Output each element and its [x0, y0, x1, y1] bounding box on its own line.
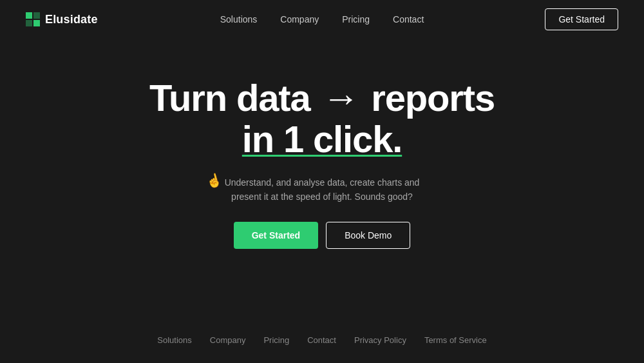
nav-link-contact[interactable]: Contact: [393, 14, 424, 25]
nav-link-solutions[interactable]: Solutions: [220, 14, 258, 25]
hero-section: Turn data → reports in 1 click. ☝ Unders…: [0, 39, 644, 249]
nav-link-company[interactable]: Company: [280, 14, 319, 25]
hero-title-part1: Turn data: [149, 77, 310, 119]
nav-link-pricing[interactable]: Pricing: [342, 14, 370, 25]
hero-title-part2: reports: [371, 77, 495, 119]
hero-get-started-button[interactable]: Get Started: [234, 222, 318, 249]
footer-link-solutions[interactable]: Solutions: [157, 335, 191, 345]
nav-links: Solutions Company Pricing Contact: [220, 14, 424, 25]
svg-rect-0: [26, 12, 32, 19]
svg-rect-2: [26, 20, 32, 26]
svg-rect-1: [33, 12, 40, 19]
footer-link-privacy-policy[interactable]: Privacy Policy: [354, 335, 406, 345]
hero-subtitle: ☝ Understand, and analyse data, create c…: [219, 175, 425, 204]
hero-buttons: Get Started Book Demo: [234, 222, 411, 249]
nav-get-started-button[interactable]: Get Started: [545, 8, 618, 30]
footer-link-contact[interactable]: Contact: [307, 335, 336, 345]
navbar: Elusidate Solutions Company Pricing Cont…: [0, 0, 644, 39]
hero-title-arrow: →: [322, 77, 368, 119]
footer-link-company[interactable]: Company: [210, 335, 246, 345]
footer: Solutions Company Pricing Contact Privac…: [0, 322, 644, 363]
hero-title-part3: in 1 click.: [242, 118, 402, 160]
logo-text: Elusidate: [45, 13, 98, 26]
footer-link-tos[interactable]: Terms of Service: [424, 335, 487, 345]
hero-book-demo-button[interactable]: Book Demo: [326, 222, 410, 249]
hero-title: Turn data → reports in 1 click.: [149, 77, 495, 160]
logo-icon: [26, 12, 40, 26]
cursor-icon: ☝: [204, 168, 224, 192]
svg-rect-3: [33, 20, 40, 26]
footer-link-pricing[interactable]: Pricing: [263, 335, 289, 345]
logo[interactable]: Elusidate: [26, 12, 98, 26]
